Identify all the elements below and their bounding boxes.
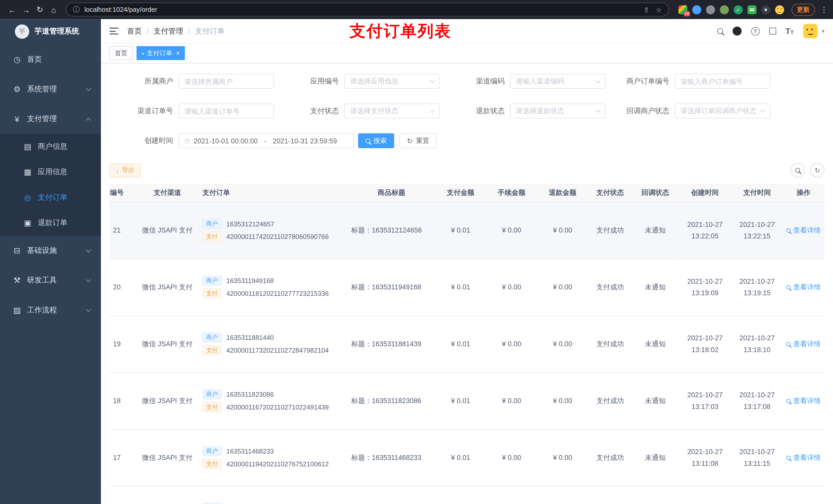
tab-close-icon[interactable]: × (176, 49, 180, 57)
breadcrumb-home[interactable]: 首页 (127, 26, 142, 36)
merchant-order-no: 1635312124657 (227, 220, 274, 228)
reset-button[interactable]: ↻ 重置 (400, 134, 437, 148)
field-label: 支付状态 (274, 106, 344, 116)
view-detail-link[interactable]: 查看详情 (783, 429, 825, 486)
extension-green-icon[interactable] (720, 5, 729, 14)
order-id: 18 (110, 373, 136, 429)
extension-check-icon[interactable]: ✓ (734, 5, 743, 14)
github-icon[interactable] (732, 27, 741, 35)
notify-status: 未通知 (632, 202, 678, 259)
created-time: 2021-10-2713:11:08 (678, 429, 731, 486)
breadcrumb-pay-mgmt[interactable]: 支付管理 (153, 26, 183, 36)
view-detail-link[interactable]: 查看详情 (783, 315, 825, 373)
date-range-picker[interactable]: ◷ 2021-10-01 00:00:00 - 2021-10-31 23:59… (178, 134, 354, 148)
notify-status-select[interactable]: 请选择订单回调商户状态 (675, 103, 770, 118)
tab-pay-order[interactable]: ● 支付订单 × (137, 46, 185, 60)
view-detail-link[interactable]: 查看详情 (783, 202, 825, 259)
extension-drop-icon[interactable] (692, 5, 701, 14)
created-time: 2021-10-2713:22:05 (678, 202, 731, 259)
filter-form: 所属商户 应用编号 请选择应用信息 渠道编码 请输入渠道编码 商户订单编号 (101, 63, 833, 148)
merchant-order-no: 1635311881440 (227, 334, 274, 341)
field-label: 商户订单编号 (605, 77, 675, 86)
extension-gray-icon[interactable] (706, 5, 715, 14)
sidebar-item-merchant-info[interactable]: ▤ 商户信息 (0, 134, 101, 160)
extension-puzzle-icon[interactable]: 10 (678, 5, 687, 14)
font-size-icon[interactable]: TT (786, 27, 794, 35)
reload-icon[interactable]: ↻ (33, 3, 47, 16)
fullscreen-icon[interactable] (769, 28, 776, 34)
extensions-area: 10 ✓ (678, 5, 784, 14)
search-icon (786, 399, 791, 403)
col-status: 支付状态 (588, 184, 632, 202)
pay-order-icon: ◎ (21, 193, 34, 202)
sidebar-item-refund-order[interactable]: ▣ 退款订单 (0, 210, 101, 236)
sidebar-item-label: 首页 (27, 55, 42, 64)
sidebar-item-workflow[interactable]: ▧ 工作流程 (0, 295, 101, 325)
merchant-tag: 商户 (203, 389, 221, 399)
user-avatar[interactable] (803, 24, 818, 38)
browser-update-button[interactable]: 更新 (791, 3, 815, 16)
sidebar-menu: ◷ 首页 ⚙ 系统管理 ¥ 支付管理 ▤ 商户信息 (0, 44, 101, 504)
browser-chrome: ← → ↻ ⌂ ⓘ localhost:1024/pay/order ⇧ ☆ 1… (0, 0, 833, 19)
merchant-tag: 商户 (203, 275, 221, 286)
pay-status: 支付成功 (588, 315, 632, 373)
tab-home[interactable]: 首页 (110, 46, 133, 60)
merchant-input[interactable] (185, 77, 268, 85)
field-label: 渠道编码 (440, 77, 510, 86)
sidebar-item-system[interactable]: ⚙ 系统管理 (0, 74, 101, 104)
refund-amount (537, 486, 588, 504)
back-icon[interactable]: ← (5, 3, 19, 16)
sidebar-item-label: 工作流程 (27, 306, 57, 315)
extension-avatar-icon[interactable] (775, 5, 784, 14)
extension-pin-icon[interactable] (761, 5, 770, 14)
app-id-select[interactable]: 请选择应用信息 (344, 74, 440, 89)
help-icon[interactable]: ? (751, 27, 760, 35)
browser-menu-icon[interactable]: ⋮ (820, 5, 828, 14)
col-id: 编号 (110, 184, 136, 202)
pay-channel: 微信 JSAPI 支付 (136, 373, 199, 429)
share-icon[interactable]: ⇧ (644, 6, 649, 14)
forward-icon[interactable]: → (19, 3, 33, 16)
sidebar-item-label: 支付订单 (38, 193, 67, 202)
notify-status: 未通知 (632, 373, 678, 429)
fee-amount: ¥ 0.00 (486, 202, 537, 259)
home-icon[interactable]: ⌂ (47, 3, 61, 16)
site-info-icon[interactable]: ⓘ (73, 5, 80, 14)
extension-chat-icon[interactable] (747, 5, 756, 14)
product-title: 标题：1635311468233 (348, 429, 435, 486)
search-icon[interactable] (717, 28, 723, 34)
paid-time: 2021-10-2713:17:08 (732, 373, 783, 429)
search-icon (786, 456, 791, 460)
sidebar-fold-icon[interactable] (110, 28, 118, 34)
refresh-list-button[interactable]: ↻ (810, 163, 825, 177)
chevron-down-icon (430, 107, 435, 113)
sidebar-item-infra[interactable]: ⊟ 基础设施 (0, 236, 101, 266)
paid-time: 2021-10-2713:22:15 (732, 202, 783, 259)
pay-channel: 微信 JSAPI 支付 (136, 429, 199, 486)
export-button[interactable]: ↓ 导出 (110, 163, 141, 177)
view-detail-link[interactable]: 查看详情 (783, 486, 825, 504)
channel-order-no-input[interactable] (185, 107, 268, 115)
sidebar-item-devtools[interactable]: ⚒ 研发工具 (0, 266, 101, 295)
url-bar[interactable]: ⓘ localhost:1024/pay/order ⇧ ☆ (66, 3, 669, 16)
pay-status-select[interactable]: 请选择支付状态 (344, 103, 440, 118)
app-logo-row[interactable]: 芋 芋道管理系统 (0, 19, 101, 44)
merchant-tag: 商户 (203, 219, 221, 229)
toggle-search-button[interactable] (790, 163, 805, 177)
sidebar-item-payment[interactable]: ¥ 支付管理 (0, 104, 101, 134)
bookmark-star-icon[interactable]: ☆ (656, 6, 662, 14)
product-title: 标题：1635311823086 (348, 373, 435, 429)
sidebar-item-app-info[interactable]: ▦ 应用信息 (0, 159, 101, 185)
view-detail-link[interactable]: 查看详情 (783, 259, 825, 315)
channel-code-select[interactable]: 请输入渠道编码 (510, 74, 605, 89)
pay-tag: 支付 (203, 345, 221, 355)
search-icon (786, 285, 791, 290)
avatar-caret-icon[interactable]: ▾ (822, 28, 824, 34)
sidebar-item-pay-order[interactable]: ◎ 支付订单 (0, 185, 101, 211)
view-detail-link[interactable]: 查看详情 (783, 373, 825, 429)
search-button[interactable]: 搜索 (358, 134, 394, 148)
merchant-order-no-input[interactable] (681, 77, 765, 85)
sidebar-item-home[interactable]: ◷ 首页 (0, 45, 101, 74)
refund-status-select[interactable]: 请选择退款状态 (510, 103, 605, 118)
refund-amount: ¥ 0.00 (537, 259, 588, 315)
